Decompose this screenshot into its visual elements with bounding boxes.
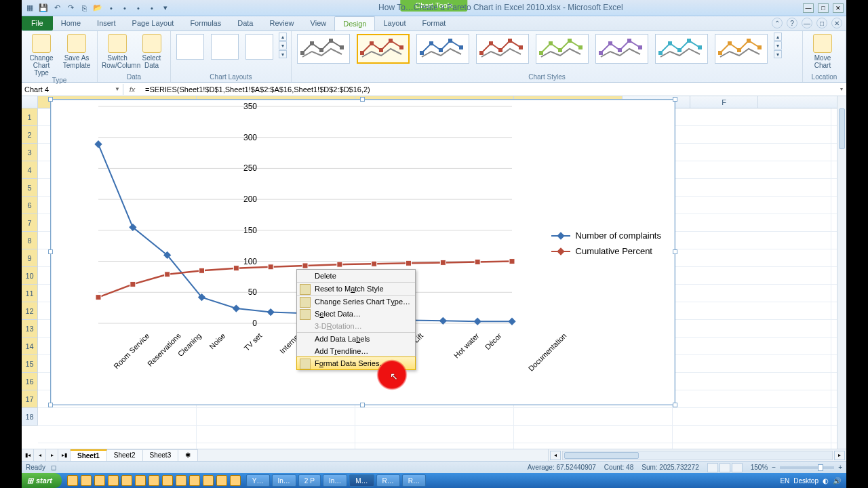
taskbar-task[interactable]: R… (402, 474, 426, 487)
legend-entry[interactable]: Cumulative Percent (576, 246, 652, 256)
taskbar-task[interactable]: In… (272, 474, 296, 487)
ql-icon[interactable] (121, 475, 132, 486)
move-chart-button[interactable]: Move Chart (807, 33, 838, 69)
row-header[interactable]: 13 (22, 320, 38, 338)
tray-icon[interactable]: ◐ (823, 477, 829, 485)
legend-entry[interactable]: Number of complaints (576, 230, 661, 241)
row-header[interactable]: 17 (22, 390, 38, 408)
row-header[interactable]: 9 (22, 249, 38, 267)
chart-layout-thumb[interactable] (245, 34, 273, 60)
gallery-up-icon[interactable]: ▴ (279, 33, 287, 41)
taskbar-task[interactable]: R… (376, 474, 400, 487)
ql-icon[interactable] (108, 475, 119, 486)
name-box[interactable]: Chart 4 ▼ (22, 84, 123, 95)
sheet-tab[interactable]: Sheet3 (143, 449, 179, 461)
tab-nav-next-icon[interactable]: ▸ (46, 449, 58, 461)
select-data-button[interactable]: Select Data (137, 33, 166, 69)
row-header[interactable]: 15 (22, 355, 38, 373)
chart-style-thumb[interactable] (476, 34, 529, 64)
ql-icon[interactable] (203, 475, 214, 486)
qat-icon[interactable]: • (146, 3, 157, 14)
zoom-slider[interactable] (780, 466, 834, 469)
qat-icon[interactable]: • (106, 3, 117, 14)
gallery-down-icon[interactable]: ▾ (279, 41, 287, 49)
row-header[interactable]: 3 (22, 144, 38, 161)
new-icon[interactable]: ⎘ (79, 3, 90, 14)
row-header[interactable]: 18 (22, 408, 38, 426)
tab-home[interactable]: Home (53, 16, 89, 30)
row-headers[interactable]: 123456789101112131415161718 (22, 108, 38, 426)
taskbar-task[interactable]: In… (323, 474, 347, 487)
sheet-tab[interactable]: Sheet1 (71, 449, 107, 461)
taskbar-task[interactable]: Y… (246, 474, 270, 487)
view-switcher[interactable] (707, 463, 743, 472)
qat-icon[interactable]: • (133, 3, 144, 14)
embedded-chart[interactable]: Number of complaints Cumulative Percent … (50, 99, 675, 405)
workbook-min-icon[interactable]: — (802, 18, 812, 28)
row-header[interactable]: 11 (22, 285, 38, 302)
tab-design[interactable]: Design (334, 16, 375, 30)
taskbar-task[interactable]: M… (349, 474, 374, 487)
chart-legend[interactable]: Number of complaints Cumulative Percent (551, 225, 661, 262)
row-header[interactable]: 2 (22, 126, 38, 144)
tab-layout[interactable]: Layout (375, 16, 414, 30)
menu-select-data[interactable]: Select Data… (297, 308, 415, 320)
row-header[interactable]: 10 (22, 267, 38, 285)
tab-nav-last-icon[interactable]: ▸▮ (58, 449, 71, 461)
qat-dropdown-icon[interactable]: ▾ (160, 3, 171, 14)
zoom-out-icon[interactable]: − (772, 464, 776, 471)
row-header[interactable]: 14 (22, 338, 38, 355)
tray-desktop[interactable]: Desktop (793, 477, 818, 485)
vertical-scrollbar[interactable] (837, 96, 846, 449)
ql-icon[interactable] (94, 475, 105, 486)
save-as-template-button[interactable]: Save As Template (61, 33, 92, 69)
row-header[interactable]: 7 (22, 214, 38, 232)
chart-layout-thumb[interactable] (176, 34, 204, 60)
chart-style-thumb[interactable] (357, 34, 410, 64)
select-all-corner[interactable] (22, 96, 38, 108)
chart-style-thumb[interactable] (297, 34, 350, 64)
chart-styles-gallery[interactable]: ▴▾▾ (296, 33, 798, 65)
menu-change-series-chart-type[interactable]: Change Series Chart Type… (297, 295, 415, 308)
row-header[interactable]: 1 (22, 108, 38, 126)
ql-icon[interactable] (135, 475, 146, 486)
ql-icon[interactable] (81, 475, 92, 486)
chart-style-thumb[interactable] (536, 34, 589, 64)
switch-row-column-button[interactable]: Switch Row/Column (102, 33, 133, 69)
start-button[interactable]: ⊞ start (22, 473, 62, 488)
zoom-in-icon[interactable]: + (838, 464, 842, 471)
sheet-tab[interactable]: Sheet2 (107, 449, 143, 461)
ribbon-minimize-icon[interactable]: ⌃ (772, 18, 783, 28)
ql-icon[interactable] (189, 475, 200, 486)
tray-lang[interactable]: EN (780, 477, 789, 485)
tab-nav-prev-icon[interactable]: ◂ (34, 449, 46, 461)
scroll-thumb[interactable] (839, 108, 845, 149)
worksheet-grid[interactable]: ABCDEF 123456789101112131415161718 Numbe… (22, 96, 846, 449)
row-header[interactable]: 5 (22, 179, 38, 197)
x-axis-category[interactable]: Documentation (527, 331, 568, 373)
chart-layout-thumb[interactable] (211, 34, 239, 60)
ql-icon[interactable] (67, 475, 78, 486)
undo-icon[interactable]: ↶ (52, 3, 62, 14)
macro-record-icon[interactable]: ◻ (51, 464, 56, 471)
menu-delete[interactable]: Delete (297, 270, 415, 282)
chart-style-thumb[interactable] (715, 34, 768, 64)
chevron-down-icon[interactable]: ▼ (115, 86, 120, 92)
menu-reset-to-match-style[interactable]: Reset to Match Style (297, 282, 415, 295)
qat-icon[interactable]: • (119, 3, 130, 14)
save-icon[interactable]: 💾 (38, 3, 49, 14)
tab-view[interactable]: View (302, 16, 335, 30)
quick-launch[interactable] (62, 475, 246, 486)
help-icon[interactable]: ? (787, 18, 797, 28)
ql-icon[interactable] (230, 475, 241, 486)
ql-icon[interactable] (176, 475, 186, 486)
horizontal-scrollbar[interactable]: ◂ ▸ (548, 449, 846, 461)
open-icon[interactable]: 📂 (92, 3, 103, 14)
tab-format[interactable]: Format (414, 16, 454, 30)
gallery-more-icon[interactable]: ▾ (279, 50, 287, 58)
workbook-restore-icon[interactable]: □ (816, 18, 827, 28)
scroll-thumb[interactable] (564, 452, 639, 459)
hscroll-right-icon[interactable]: ▸ (834, 451, 845, 460)
chart-style-thumb[interactable] (416, 34, 469, 64)
tab-page-layout[interactable]: Page Layout (124, 16, 182, 30)
